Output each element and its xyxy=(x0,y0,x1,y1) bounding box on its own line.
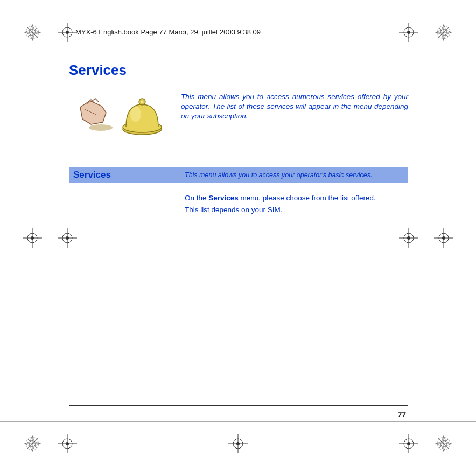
svg-line-9 xyxy=(25,29,32,32)
hand-icon xyxy=(75,96,115,136)
svg-line-21 xyxy=(440,32,444,40)
intro-row: This menu allows you to access numerous … xyxy=(69,92,408,141)
registration-mark-icon xyxy=(433,22,454,43)
svg-line-47 xyxy=(440,444,444,451)
section-title: Services xyxy=(69,170,185,180)
crosshair-icon xyxy=(57,22,78,43)
crop-line xyxy=(424,0,424,476)
intro-icons xyxy=(69,92,171,141)
svg-line-10 xyxy=(25,32,32,36)
svg-line-44 xyxy=(444,436,447,444)
body-line-1: On the Services menu, please choose from… xyxy=(185,192,408,204)
svg-line-23 xyxy=(436,32,444,36)
crosshair-icon xyxy=(398,22,419,43)
crosshair-icon xyxy=(433,227,454,249)
crop-line xyxy=(0,421,476,422)
svg-line-18 xyxy=(444,25,447,32)
svg-line-35 xyxy=(25,440,32,444)
section-bar: Services This menu allows you to access … xyxy=(69,167,408,183)
svg-line-25 xyxy=(444,32,451,36)
crosshair-icon xyxy=(22,227,43,249)
body-line-2: This list depends on your SIM. xyxy=(185,204,408,216)
svg-line-34 xyxy=(29,444,32,451)
svg-point-88 xyxy=(89,124,113,131)
crop-line xyxy=(0,52,476,52)
crosshair-icon xyxy=(57,227,78,249)
svg-line-33 xyxy=(32,444,36,451)
registration-mark-icon xyxy=(433,433,454,454)
svg-line-51 xyxy=(444,444,451,447)
svg-line-45 xyxy=(440,436,444,444)
section-description: This menu allows you to access your oper… xyxy=(185,171,372,179)
body-text-bold: Services xyxy=(208,194,239,202)
body-text-post: menu, please choose from the list offere… xyxy=(239,194,376,202)
svg-line-48 xyxy=(436,440,444,444)
svg-line-20 xyxy=(444,32,447,40)
footer-divider xyxy=(69,405,408,406)
crosshair-icon xyxy=(227,433,249,454)
crosshair-icon xyxy=(398,433,419,454)
svg-point-93 xyxy=(141,101,144,103)
svg-line-6 xyxy=(29,25,32,32)
crosshair-icon xyxy=(57,433,78,454)
svg-line-31 xyxy=(32,436,36,444)
svg-line-22 xyxy=(436,29,444,32)
page-content: Services xyxy=(69,62,408,215)
registration-mark-icon xyxy=(22,433,43,454)
divider xyxy=(69,83,408,83)
svg-line-32 xyxy=(29,436,32,444)
svg-point-91 xyxy=(130,107,141,122)
svg-line-19 xyxy=(440,25,444,32)
body-text-pre: On the xyxy=(185,194,208,202)
svg-line-24 xyxy=(444,29,451,32)
svg-line-5 xyxy=(32,25,36,32)
svg-line-50 xyxy=(444,440,451,444)
page-title: Services xyxy=(69,62,408,79)
svg-line-46 xyxy=(444,444,447,451)
svg-line-36 xyxy=(25,444,32,447)
svg-line-11 xyxy=(32,29,40,32)
svg-line-49 xyxy=(436,444,444,447)
body-text: On the Services menu, please choose from… xyxy=(185,192,408,215)
svg-line-37 xyxy=(32,440,40,444)
svg-line-12 xyxy=(32,32,40,36)
crop-line xyxy=(52,0,52,476)
intro-text: This menu allows you to access numerous … xyxy=(181,92,408,141)
svg-line-38 xyxy=(32,444,40,447)
registration-mark-icon xyxy=(22,22,43,43)
page-header: MYX-6 English.book Page 77 Mardi, 29. ju… xyxy=(75,28,261,36)
bell-icon xyxy=(120,94,165,139)
svg-line-7 xyxy=(32,32,36,40)
page-number: 77 xyxy=(397,410,406,419)
crosshair-icon xyxy=(398,227,419,249)
svg-line-8 xyxy=(29,32,32,40)
